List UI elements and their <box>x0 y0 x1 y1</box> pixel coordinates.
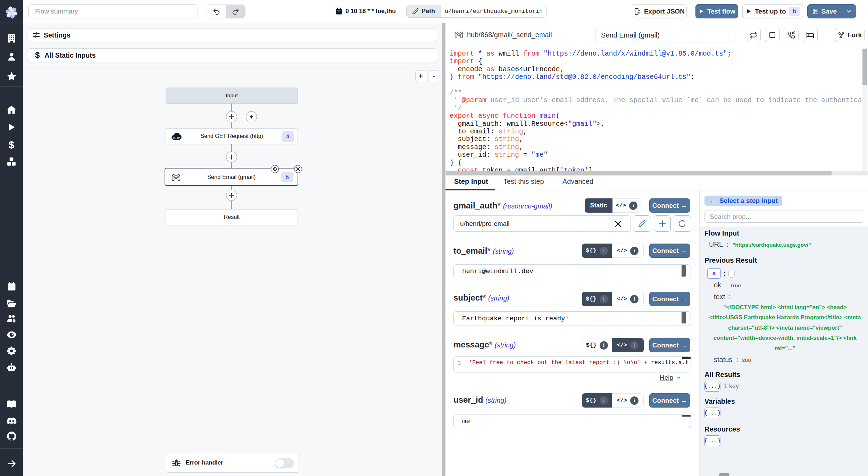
svg-text:HTTP: HTTP <box>173 136 180 139</box>
